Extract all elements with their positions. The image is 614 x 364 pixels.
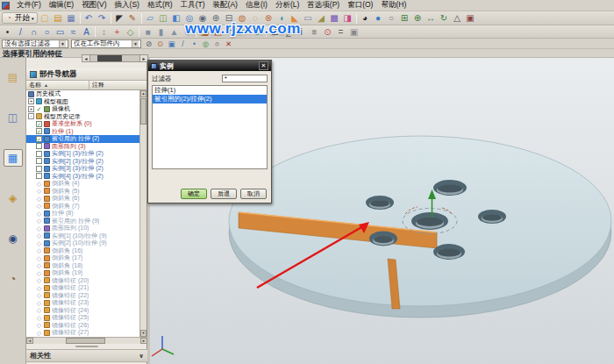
- circle-curve-icon[interactable]: ○: [41, 26, 53, 38]
- tree-row[interactable]: ◇倒斜角 (4): [26, 180, 140, 188]
- snap-point-icon[interactable]: ⊙: [155, 39, 165, 48]
- highlight-icon[interactable]: ◎: [201, 39, 211, 48]
- draft-icon[interactable]: ◢: [316, 12, 327, 24]
- hole-center[interactable]: [411, 212, 448, 230]
- shell-icon[interactable]: ▭: [303, 12, 314, 24]
- arc-icon[interactable]: ∩: [28, 26, 39, 38]
- column-header-name[interactable]: 名称 ▲: [26, 81, 89, 89]
- select-vertex-icon[interactable]: •: [189, 39, 199, 48]
- menu-item-assemblies[interactable]: 装配(A): [210, 0, 241, 11]
- expand-icon[interactable]: +: [28, 98, 34, 104]
- mirror-feature-icon[interactable]: ◨: [342, 12, 353, 24]
- menu-item-information[interactable]: 信息(I): [242, 0, 271, 11]
- scroll-up-icon[interactable]: ▲: [140, 90, 146, 97]
- tree-row[interactable]: ◇倒斜角 (7): [26, 203, 140, 211]
- text-curve-icon[interactable]: A: [81, 26, 92, 38]
- constraint-navigator-tab[interactable]: ◫: [4, 109, 23, 126]
- feature-checkbox[interactable]: ✓: [36, 136, 42, 142]
- tree-row[interactable]: ◇实例[2] (10)/拉伸 (9): [26, 239, 140, 247]
- part-navigator-tab[interactable]: ▦: [4, 149, 23, 167]
- column-header-note[interactable]: 注释: [89, 81, 104, 89]
- tree-row[interactable]: ◇倒斜角 (6): [26, 195, 140, 203]
- tree-row[interactable]: ◇倒斜角 (5): [26, 188, 140, 196]
- feature-checkbox[interactable]: [36, 166, 42, 172]
- pattern-feature-icon[interactable]: ▩: [329, 12, 340, 24]
- hole-right[interactable]: [478, 210, 506, 224]
- pencil-icon[interactable]: ✎: [127, 12, 139, 24]
- hd3d-tool-tab[interactable]: ◉: [4, 230, 23, 247]
- scrollbar-thumb[interactable]: [66, 338, 105, 344]
- datum-axis-icon[interactable]: ↕: [98, 26, 110, 38]
- tree-row[interactable]: 实例[4] (3)/拉伸 (2): [26, 173, 140, 181]
- expand-icon[interactable]: +: [28, 106, 34, 112]
- ok-button[interactable]: 确定: [181, 189, 207, 199]
- deselect-all-icon[interactable]: ✕: [224, 39, 233, 48]
- scroll-right-icon[interactable]: ►: [139, 55, 147, 61]
- panel-top-scrollbar[interactable]: ◄ ►: [82, 54, 148, 62]
- sketch-icon[interactable]: ▱: [145, 12, 156, 24]
- menu-item-insert[interactable]: 插入(S): [111, 0, 143, 11]
- select-edge-icon[interactable]: /: [178, 39, 188, 48]
- layers-icon[interactable]: ≡: [309, 26, 320, 38]
- point-icon[interactable]: •: [2, 26, 13, 38]
- tree-horizontal-scrollbar[interactable]: ◄ ►: [26, 337, 147, 344]
- expressions-icon[interactable]: =: [335, 26, 346, 38]
- fit-view-icon[interactable]: ⊞: [399, 12, 411, 24]
- tree-row[interactable]: ◇倒斜角 (16): [26, 247, 140, 255]
- redo-icon[interactable]: ↷: [96, 12, 108, 24]
- plane-icon[interactable]: ◇: [125, 26, 136, 38]
- extrude-icon[interactable]: ◧: [171, 12, 182, 24]
- feature-checkbox[interactable]: [36, 158, 42, 164]
- zoom-in-icon[interactable]: ⊕: [412, 12, 424, 24]
- save-icon[interactable]: ▦: [66, 12, 77, 24]
- rectangle-curve-icon[interactable]: ▭: [54, 26, 66, 38]
- scrollbar-track[interactable]: [90, 55, 139, 61]
- scrollbar-thumb[interactable]: [140, 98, 146, 125]
- scroll-down-icon[interactable]: ▼: [140, 330, 146, 337]
- menu-item-view[interactable]: 视图(V): [78, 0, 110, 11]
- selection-scope-dropdown[interactable]: 仅在工作部件内 ▼: [71, 39, 141, 48]
- datum-csys-icon[interactable]: +: [111, 26, 123, 38]
- cylinder-icon[interactable]: ▮: [155, 26, 167, 38]
- cone-icon[interactable]: ▲: [168, 26, 180, 38]
- open-icon[interactable]: ▤: [53, 12, 64, 24]
- selection-filter-dropdown[interactable]: 没有选择过滤器 ▼: [2, 39, 68, 48]
- tree-row[interactable]: ◇倒斜角 (18): [26, 262, 140, 270]
- rotate-view-icon[interactable]: ↻: [439, 12, 450, 24]
- line-icon[interactable]: /: [15, 26, 26, 38]
- pan-view-icon[interactable]: ↔: [425, 12, 437, 24]
- feature-checkbox[interactable]: [36, 151, 42, 157]
- menu-item-edit[interactable]: 编辑(E): [46, 0, 77, 11]
- scroll-right-icon[interactable]: ►: [140, 338, 147, 344]
- snap-settings-icon[interactable]: ▣: [348, 26, 360, 38]
- tree-row[interactable]: ◇镜像特征 (27): [26, 329, 140, 337]
- shaded-view-icon[interactable]: ●: [373, 12, 384, 24]
- scrollbar-thumb[interactable]: [97, 55, 122, 61]
- snapshot-icon[interactable]: ▣: [465, 12, 476, 24]
- menu-item-file[interactable]: 文件(F): [13, 0, 45, 11]
- dialog-title-bar[interactable]: 实例 ✕: [148, 61, 271, 71]
- select-face-icon[interactable]: ▣: [167, 39, 176, 48]
- menu-item-format[interactable]: 格式(R): [144, 0, 176, 11]
- tree-row[interactable]: ◇倒斜角 (17): [26, 254, 140, 262]
- history-palette-tab[interactable]: ◔: [4, 270, 23, 288]
- feature-checkbox[interactable]: [36, 173, 42, 179]
- feature-checkbox[interactable]: ✓: [36, 128, 42, 134]
- block-icon[interactable]: ■: [142, 26, 154, 38]
- datum-plane-icon[interactable]: ◫: [158, 12, 169, 24]
- selection-arrow-icon[interactable]: ◤: [114, 12, 125, 24]
- filter-input[interactable]: [222, 75, 268, 82]
- orient-view-icon[interactable]: ◕: [360, 12, 371, 24]
- menu-item-preferences[interactable]: 首选项(P): [303, 0, 343, 11]
- perspective-view-icon[interactable]: △: [452, 12, 463, 24]
- wireframe-view-icon[interactable]: ○: [386, 12, 397, 24]
- dialog-list-item[interactable]: 拉伸(1): [153, 86, 267, 95]
- dependencies-section[interactable]: 相关性 ∨: [26, 349, 147, 362]
- menu-item-window[interactable]: 窗口(O): [344, 0, 376, 11]
- dialog-close-button[interactable]: ✕: [259, 61, 268, 70]
- filter-reset-icon[interactable]: ⊘: [144, 39, 154, 48]
- undo-icon[interactable]: ↶: [83, 12, 95, 24]
- menu-item-help[interactable]: 帮助(H): [377, 0, 410, 11]
- scroll-left-icon[interactable]: ◄: [26, 338, 33, 344]
- wcs-icon[interactable]: ⊙: [322, 26, 333, 38]
